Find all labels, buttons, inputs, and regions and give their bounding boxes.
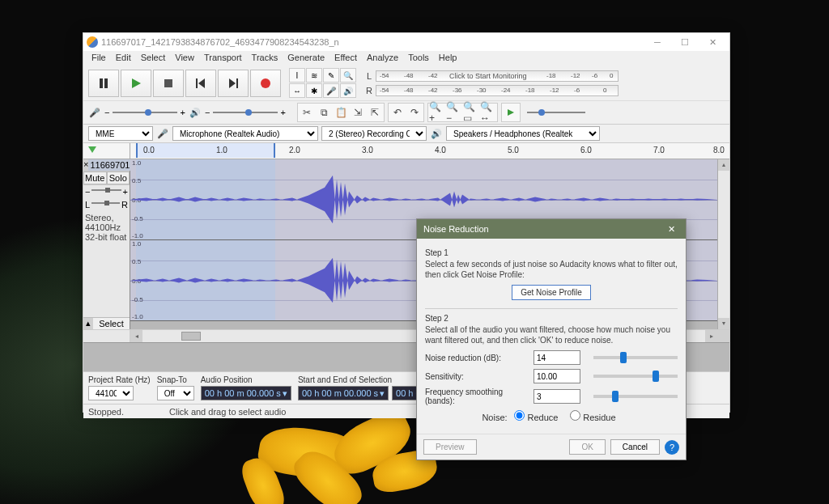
draw-tool-icon[interactable]: ✎ [323, 68, 339, 83]
select-track-button[interactable]: Select [93, 318, 130, 329]
svg-marker-9 [508, 109, 514, 116]
silence-icon[interactable]: ⇱ [367, 104, 383, 121]
redo-icon[interactable]: ↷ [406, 104, 423, 121]
frequency-smoothing-input[interactable] [534, 389, 580, 404]
speaker-level-icon[interactable]: 🔊 [340, 83, 356, 98]
status-state: Stopped. [88, 407, 169, 417]
zoom-sel-icon[interactable]: 🔍▭ [463, 104, 479, 121]
audio-position-display[interactable]: 00 h 00 m 00.000 s▾ [201, 386, 291, 400]
copy-icon[interactable]: ⧉ [316, 104, 332, 121]
multi-tool-icon[interactable]: ✱ [306, 83, 322, 98]
snap-to-select[interactable]: Off [157, 386, 194, 400]
cut-icon[interactable]: ✂ [299, 104, 315, 121]
selection-range[interactable] [136, 143, 275, 158]
host-select[interactable]: MME [88, 126, 153, 141]
mic-level-icon[interactable]: 🎤 [323, 83, 339, 98]
snap-to-label: Snap-To [157, 375, 194, 384]
recording-volume-slider[interactable]: −+ [104, 108, 185, 117]
zoom-in-icon[interactable]: 🔍+ [429, 104, 445, 121]
menu-file[interactable]: File [87, 51, 111, 66]
playback-meter[interactable]: -54 -48 -42 -36 -30 -24 -18 -12 -6 0 [376, 85, 619, 96]
undo-icon[interactable]: ↶ [389, 104, 406, 121]
get-noise-profile-button[interactable]: Get Noise Profile [512, 285, 591, 300]
reduce-radio[interactable]: Reduce [514, 413, 558, 422]
skip-start-button[interactable] [185, 70, 216, 97]
dialog-close-icon[interactable]: ✕ [663, 224, 679, 235]
channels-select[interactable]: 2 (Stereo) Recording Chan [321, 126, 427, 141]
menu-select[interactable]: Select [136, 51, 171, 66]
timeshift-tool-icon[interactable]: ↔ [289, 83, 305, 98]
selection-tool-icon[interactable]: I [289, 68, 305, 83]
play-speed-slider[interactable] [524, 112, 589, 113]
record-button[interactable] [250, 70, 281, 97]
svg-marker-5 [198, 78, 205, 88]
track-control-panel: ×116697017_▾ MuteSolo −+ LR Stereo, 4410… [83, 159, 130, 329]
menubar: File Edit Select View Transport Tracks G… [83, 51, 729, 66]
device-toolbar: MME 🎤 Microphone (Realtek Audio) 2 (Ster… [83, 125, 729, 143]
rec-meter-hint: Click to Start Monitoring [449, 72, 527, 80]
minimize-button[interactable]: ─ [644, 33, 671, 51]
project-rate-select[interactable]: 44100 [88, 386, 134, 400]
sensitivity-slider[interactable] [593, 375, 678, 378]
sensitivity-input[interactable] [534, 369, 580, 383]
vertical-scrollbar[interactable]: ▴▾ [717, 159, 729, 329]
menu-transport[interactable]: Transport [199, 51, 247, 66]
svg-rect-3 [164, 79, 172, 87]
menu-help[interactable]: Help [434, 51, 462, 66]
frequency-smoothing-slider[interactable] [593, 395, 678, 398]
menu-tools[interactable]: Tools [403, 51, 434, 66]
ok-button[interactable]: OK [569, 439, 605, 455]
stop-button[interactable] [153, 70, 184, 97]
input-device-select[interactable]: Microphone (Realtek Audio) [172, 126, 318, 141]
svg-rect-0 [100, 78, 103, 88]
cancel-button[interactable]: Cancel [610, 439, 660, 455]
time-ruler[interactable]: 0.0 1.0 2.0 3.0 4.0 5.0 6.0 7.0 8.0 [83, 143, 729, 159]
preview-button[interactable]: Preview [423, 439, 477, 455]
pause-button[interactable] [88, 70, 119, 97]
solo-button[interactable]: Solo [107, 172, 130, 184]
zoom-tool-icon[interactable]: 🔍 [340, 68, 356, 83]
play-button[interactable] [121, 70, 151, 97]
window-title: 116697017_1421793834876702_4693477908234… [101, 37, 644, 47]
playback-volume-slider[interactable]: −+ [205, 108, 286, 117]
menu-analyze[interactable]: Analyze [362, 51, 403, 66]
zoom-out-icon[interactable]: 🔍− [446, 104, 462, 121]
transport-toolbar: I ≋ ✎ 🔍 ↔ ✱ 🎤 🔊 L -54 -48 -42 Click to S… [83, 66, 729, 101]
menu-view[interactable]: View [170, 51, 199, 66]
zoom-fit-icon[interactable]: 🔍↔ [480, 104, 496, 121]
tools-grid: I ≋ ✎ 🔍 ↔ ✱ 🎤 🔊 [289, 68, 356, 98]
selection-label: Start and End of Selection [298, 375, 425, 384]
skip-end-button[interactable] [218, 70, 249, 97]
maximize-button[interactable]: ☐ [671, 33, 699, 51]
output-device-select[interactable]: Speakers / Headphones (Realtek [446, 126, 600, 141]
menu-effect[interactable]: Effect [329, 51, 362, 66]
pan-slider[interactable] [91, 202, 120, 204]
collapse-button[interactable]: ▴ [83, 318, 93, 329]
menu-tracks[interactable]: Tracks [247, 51, 283, 66]
close-button[interactable]: ✕ [699, 33, 726, 51]
noise-mode-label: Noise: [482, 413, 507, 422]
noise-reduction-input[interactable] [534, 350, 580, 365]
menu-edit[interactable]: Edit [111, 51, 136, 66]
dialog-titlebar[interactable]: Noise Reduction ✕ [417, 219, 686, 239]
play-head-icon [88, 146, 96, 153]
trim-icon[interactable]: ⇲ [350, 104, 366, 121]
gain-slider[interactable] [91, 189, 121, 191]
paste-icon[interactable]: 📋 [333, 104, 349, 121]
help-icon[interactable]: ? [665, 440, 679, 455]
track-format-info: Stereo, 44100Hz32-bit float [83, 211, 130, 244]
envelope-tool-icon[interactable]: ≋ [306, 68, 322, 83]
menu-generate[interactable]: Generate [283, 51, 329, 66]
selection-start-display[interactable]: 00 h 00 m 00.000 s▾ [298, 386, 389, 400]
recording-meter[interactable]: -54 -48 -42 Click to Start Monitoring -1… [376, 70, 619, 82]
svg-point-8 [261, 78, 270, 88]
noise-reduction-slider[interactable] [593, 356, 678, 359]
residue-radio[interactable]: Residue [570, 413, 615, 422]
step1-label: Step 1 [425, 248, 678, 257]
mic-device-icon: 🎤 [156, 129, 169, 139]
mute-button[interactable]: Mute [83, 172, 107, 184]
mic-icon: 🎤 [88, 108, 101, 118]
svg-rect-6 [236, 78, 238, 88]
play-at-speed-icon[interactable] [503, 104, 519, 121]
dialog-title: Noise Reduction [423, 224, 489, 234]
